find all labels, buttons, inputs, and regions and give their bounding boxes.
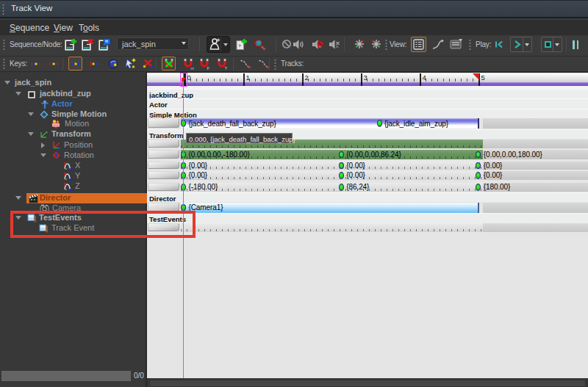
svg-text:m: m <box>191 66 195 70</box>
svg-text:F: F <box>207 66 210 70</box>
svg-text:T: T <box>225 66 228 70</box>
